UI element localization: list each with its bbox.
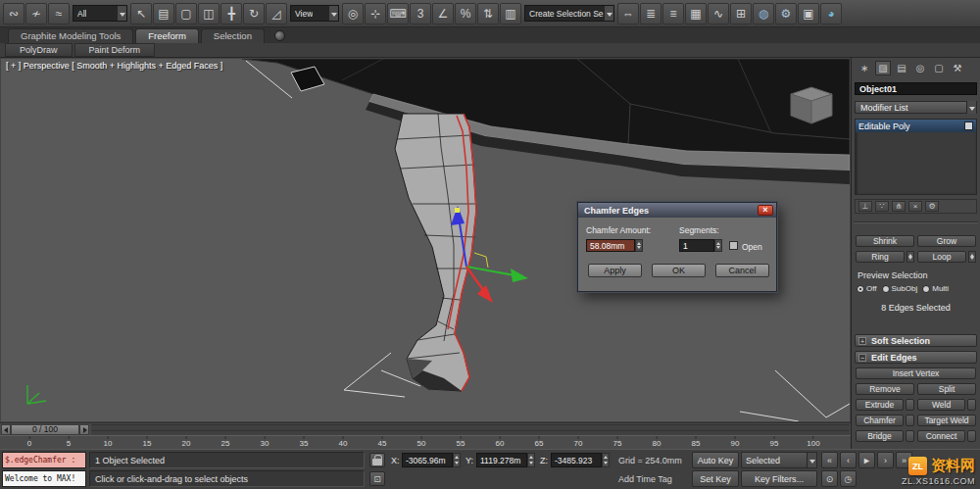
ok-button[interactable]: OK (652, 264, 706, 277)
edit-edges-rollout[interactable]: − Edit Edges (855, 351, 977, 364)
next-frame-button[interactable]: › (877, 452, 894, 468)
track-bar[interactable]: 0510152025303540455055606570758085909510… (0, 435, 851, 449)
preview-multi-radio[interactable]: Multi (922, 284, 949, 293)
display-tab[interactable]: ▢ (931, 61, 947, 75)
named-selection-sets-dropdown[interactable]: Create Selection Se (524, 5, 614, 22)
bridge-settings-button[interactable] (906, 430, 914, 442)
tab-freeform[interactable]: Freeform (135, 28, 199, 43)
select-and-link-icon[interactable]: ∾ (3, 3, 24, 24)
dialog-titlebar[interactable]: Chamfer Edges × (578, 203, 776, 218)
ring-spinner[interactable] (906, 251, 914, 263)
perspective-viewport[interactable]: [ + ] Perspective [ Smooth + Highlights … (0, 58, 851, 422)
key-mode-toggle-button[interactable]: ⊙ (821, 470, 838, 487)
y-spinner[interactable] (527, 453, 535, 467)
add-time-tag[interactable]: Add Time Tag (618, 474, 672, 484)
split-button[interactable]: Split (917, 383, 976, 395)
segments-spinner[interactable] (714, 239, 722, 252)
rectangular-selection-region-icon[interactable]: ▢ (175, 3, 197, 24)
chamfer-settings-button[interactable] (906, 415, 914, 426)
select-and-move-icon[interactable]: ╋ (220, 3, 242, 24)
chamfer-button[interactable]: Chamfer (856, 415, 904, 426)
select-and-scale-icon[interactable]: ◿ (266, 3, 287, 24)
ring-button[interactable]: Ring (856, 251, 905, 263)
spinner-snap-icon[interactable]: ⇅ (477, 3, 499, 24)
window-crossing-toggle-icon[interactable]: ◫ (198, 3, 220, 24)
angle-snap-icon[interactable]: ∠ (432, 3, 454, 24)
ribbon-options-icon[interactable] (274, 30, 285, 41)
auto-key-button[interactable]: Auto Key (692, 452, 739, 468)
remove-modifier-icon[interactable]: × (908, 201, 922, 212)
weld-button[interactable]: Weld (917, 399, 965, 411)
y-coordinate-field[interactable]: 1119.278m (476, 453, 527, 467)
chamfer-amount-spinner[interactable] (635, 239, 643, 252)
reference-coordinate-dropdown[interactable]: View (290, 5, 339, 22)
select-and-rotate-icon[interactable]: ↻ (243, 3, 265, 24)
time-slider-track[interactable] (91, 424, 850, 435)
configure-modifier-sets-icon[interactable]: ⚙ (925, 201, 939, 212)
align-icon[interactable]: ≣ (640, 3, 662, 24)
tabletop-mesh[interactable] (242, 59, 850, 184)
select-by-name-icon[interactable]: ▤ (153, 3, 174, 24)
cancel-button[interactable]: Cancel (715, 264, 769, 277)
remove-button[interactable]: Remove (856, 383, 914, 395)
go-to-end-button[interactable]: » (896, 452, 912, 468)
pin-stack-icon[interactable]: ⊥ (858, 201, 872, 212)
play-button[interactable]: ► (858, 452, 875, 468)
show-end-result-icon[interactable]: ∵ (875, 201, 889, 212)
set-key-button[interactable]: Set Key (692, 470, 739, 487)
maxscript-mini-listener-output[interactable]: Welcome to MAX! (2, 470, 86, 487)
make-unique-icon[interactable]: ⋔ (892, 201, 906, 212)
grow-button[interactable]: Grow (917, 235, 976, 247)
subtab-paint-deform[interactable]: Paint Deform (74, 43, 156, 57)
next-frame-arrow[interactable] (79, 424, 89, 435)
tab-graphite-modeling-tools[interactable]: Graphite Modeling Tools (8, 28, 133, 43)
absolute-mode-toggle[interactable]: ⊡ (369, 471, 385, 486)
time-slider-handle[interactable]: 0 / 100 (11, 424, 79, 435)
selection-lock-toggle[interactable] (369, 453, 385, 467)
percent-snap-icon[interactable]: % (455, 3, 476, 24)
object-name-field[interactable]: Object01 (855, 82, 977, 95)
edit-named-selection-sets-icon[interactable]: ▥ (500, 3, 521, 24)
bind-to-space-warp-icon[interactable]: ≈ (48, 3, 70, 24)
curve-editor-icon[interactable]: ∿ (708, 3, 729, 24)
open-checkbox[interactable] (729, 241, 738, 250)
layer-manager-icon[interactable]: ≡ (662, 3, 684, 24)
extrude-button[interactable]: Extrude (856, 399, 904, 411)
viewcube[interactable] (791, 87, 832, 123)
segments-input[interactable]: 1 (679, 239, 714, 252)
shrink-button[interactable]: Shrink (856, 235, 914, 247)
schematic-view-icon[interactable]: ⊞ (730, 3, 752, 24)
go-to-start-button[interactable]: « (821, 452, 838, 468)
material-editor-icon[interactable]: ◍ (753, 3, 774, 24)
stack-item-editable-poly[interactable]: Editable Poly (856, 120, 976, 132)
viewport-label[interactable]: [ + ] Perspective [ Smooth + Highlights … (6, 61, 222, 71)
modify-tab[interactable]: ▨ (875, 61, 891, 75)
unlink-selection-icon[interactable]: ≁ (25, 3, 47, 24)
selection-filter-dropdown[interactable]: All (73, 5, 127, 22)
time-configuration-button[interactable]: ◷ (840, 470, 857, 487)
modifier-list-dropdown[interactable]: Modifier List (855, 101, 977, 114)
x-coordinate-field[interactable]: -3065.96m (402, 453, 453, 467)
maxscript-mini-listener-input[interactable]: $.edgeChamfer : (2, 452, 86, 468)
bridge-button[interactable]: Bridge (856, 430, 904, 442)
render-setup-icon[interactable]: ⚙ (775, 3, 797, 24)
weld-settings-button[interactable] (967, 399, 976, 411)
motion-tab[interactable]: ◎ (912, 61, 928, 75)
modifier-stack[interactable]: Editable Poly (855, 119, 977, 195)
preview-subobj-radio[interactable]: SubObj (882, 284, 918, 293)
select-object-icon[interactable]: ↖ (130, 3, 152, 24)
previous-frame-arrow[interactable] (1, 424, 11, 435)
keyboard-shortcut-override-icon[interactable]: ⌨ (387, 3, 409, 24)
soft-selection-rollout[interactable]: + Soft Selection (855, 334, 977, 347)
tab-selection[interactable]: Selection (201, 28, 265, 43)
preview-off-radio[interactable]: Off (857, 284, 877, 293)
rendered-frame-window-icon[interactable]: ▣ (798, 3, 819, 24)
z-coordinate-field[interactable]: -3485.923 (551, 453, 602, 467)
chamfer-amount-input[interactable]: 58.08mm (586, 239, 635, 252)
insert-vertex-button[interactable]: Insert Vertex (856, 367, 976, 379)
collapse-icon[interactable]: − (858, 354, 866, 362)
mirror-icon[interactable]: ⇔ (617, 3, 639, 24)
create-tab[interactable]: ∗ (857, 61, 872, 75)
selection-set-dropdown[interactable]: Selected (741, 452, 817, 468)
snaps-toggle-icon[interactable]: 3 (410, 3, 431, 24)
